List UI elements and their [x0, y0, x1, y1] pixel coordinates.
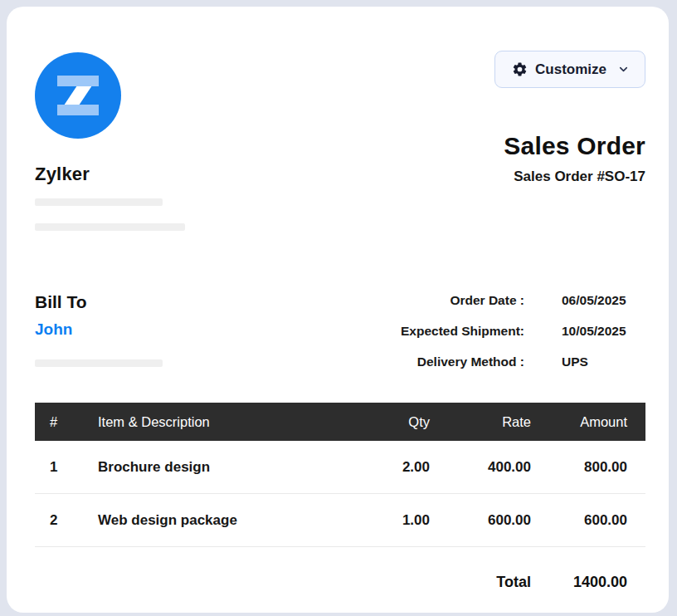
- order-date-value: 06/05/2025: [562, 291, 645, 310]
- address-placeholder-bar: [35, 223, 185, 231]
- total-value: 1400.00: [531, 574, 645, 591]
- item-amount: 600.00: [531, 512, 645, 529]
- expected-shipment-label: Expected Shipment:: [372, 322, 524, 340]
- items-table-header: # Item & Description Qty Rate Amount: [35, 403, 645, 441]
- company-name: Zylker: [35, 164, 185, 185]
- bill-to-heading: Bill To: [35, 291, 163, 313]
- bill-to-block: Bill To John: [35, 291, 163, 367]
- delivery-method-label: Delivery Method :: [372, 353, 524, 371]
- order-meta-block: Order Date : 06/05/2025 Expected Shipmen…: [372, 291, 645, 371]
- brand-column: Zylker: [35, 51, 185, 231]
- customize-button-label: Customize: [535, 61, 606, 78]
- sales-order-card: Zylker Customize Sales Order Sales: [7, 7, 669, 613]
- address-placeholder-bar: [35, 198, 163, 206]
- item-description: Brochure design: [98, 459, 330, 476]
- item-number: 2: [35, 512, 98, 529]
- column-header-number: #: [35, 414, 98, 430]
- total-label: Total: [430, 574, 531, 591]
- item-description: Web design package: [98, 512, 330, 529]
- expected-shipment-value: 10/05/2025: [562, 322, 645, 340]
- gear-icon: [512, 61, 528, 77]
- delivery-method-value: UPS: [562, 353, 645, 371]
- company-logo: [35, 52, 121, 139]
- header-section: Zylker Customize Sales Order Sales: [7, 7, 669, 231]
- zylker-logo-icon: [35, 52, 121, 139]
- column-header-amount: Amount: [531, 414, 645, 430]
- column-header-qty: Qty: [330, 414, 430, 430]
- item-qty: 2.00: [330, 459, 430, 476]
- customer-address-placeholder-bar: [35, 359, 163, 367]
- table-row: 1 Brochure design 2.00 400.00 800.00: [35, 441, 645, 494]
- document-title-column: Customize Sales Order Sales Order #SO-17: [494, 51, 645, 185]
- table-row: 2 Web design package 1.00 600.00 600.00: [35, 494, 645, 547]
- customer-name-link[interactable]: John: [35, 320, 72, 339]
- total-row: Total 1400.00: [35, 555, 645, 609]
- item-amount: 800.00: [531, 459, 645, 476]
- chevron-down-icon: [617, 63, 630, 76]
- items-table: # Item & Description Qty Rate Amount 1 B…: [35, 403, 645, 609]
- item-qty: 1.00: [330, 512, 430, 529]
- document-number: Sales Order #SO-17: [514, 169, 645, 185]
- column-header-description: Item & Description: [98, 414, 330, 430]
- item-rate: 600.00: [430, 512, 531, 529]
- document-title: Sales Order: [504, 131, 645, 161]
- billing-info-section: Bill To John Order Date : 06/05/2025 Exp…: [7, 231, 669, 371]
- column-header-rate: Rate: [430, 414, 531, 430]
- item-rate: 400.00: [430, 459, 531, 476]
- order-date-label: Order Date :: [372, 291, 524, 310]
- customize-button[interactable]: Customize: [494, 51, 645, 88]
- item-number: 1: [35, 459, 98, 476]
